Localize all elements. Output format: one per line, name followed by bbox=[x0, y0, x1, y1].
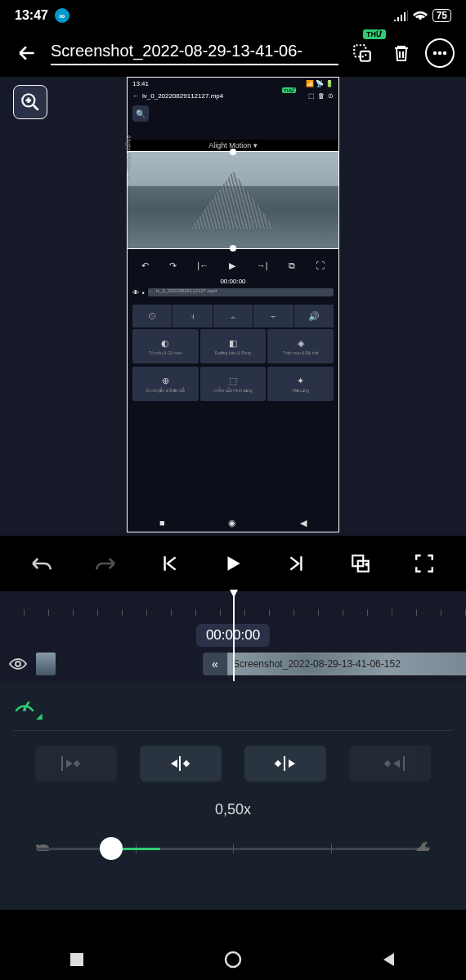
more-button[interactable] bbox=[425, 38, 455, 68]
svg-rect-20 bbox=[70, 953, 83, 966]
nested-card-transform: ⊕Di chuyển & Biến đổi bbox=[132, 367, 199, 401]
skip-end-button[interactable] bbox=[280, 547, 313, 580]
nested-card-blend: ◈Trộn màu & Độ mờ bbox=[267, 329, 334, 363]
svg-point-21 bbox=[226, 952, 240, 967]
svg-point-8 bbox=[16, 662, 20, 666]
battery-icon: 75 bbox=[432, 9, 451, 22]
nested-thumb: ▪ bbox=[142, 289, 145, 296]
slider-knob[interactable] bbox=[100, 837, 123, 860]
nested-back-icon: ← bbox=[132, 92, 139, 100]
track-visibility-button[interactable] bbox=[0, 657, 36, 671]
playback-controls bbox=[0, 536, 466, 591]
divider bbox=[13, 730, 453, 731]
wifi-icon bbox=[413, 10, 428, 21]
speed-value: 0,50x bbox=[13, 801, 453, 818]
delete-button[interactable] bbox=[386, 38, 417, 69]
svg-rect-1 bbox=[361, 51, 370, 61]
svg-point-19 bbox=[425, 842, 428, 844]
nested-card-color: ◐Tô màu & Gõ màu bbox=[132, 329, 199, 363]
aspect-button[interactable]: THỬ bbox=[347, 38, 378, 69]
nested-handle-top bbox=[230, 149, 236, 155]
nested-fullscreen-icon: ⛶ bbox=[316, 261, 325, 271]
nested-zoom-icon: 🔍 bbox=[132, 105, 149, 122]
svg-rect-14 bbox=[275, 760, 281, 767]
redo-button[interactable] bbox=[89, 547, 122, 580]
nested-video-preview bbox=[128, 151, 338, 249]
nested-tool-speed-icon: ⏲ bbox=[132, 305, 172, 327]
nested-card-effects: ✦Hiệu ứng bbox=[267, 367, 334, 401]
nested-undo-icon: ↶ bbox=[141, 261, 149, 271]
speed-panel: ◢ 0,50x bbox=[0, 681, 466, 910]
nested-clip: lv_0_20220829112127.mp4 bbox=[148, 288, 334, 296]
track-thumbnail[interactable] bbox=[36, 653, 56, 675]
nested-skip-end-icon: →| bbox=[257, 261, 268, 271]
nested-play-icon: ▶ bbox=[229, 261, 235, 271]
nested-delete-icon: 🗑 bbox=[318, 92, 325, 100]
trial-badge: THỬ bbox=[363, 29, 386, 39]
speed-tool-icon[interactable]: ◢ bbox=[13, 696, 36, 714]
svg-point-9 bbox=[23, 708, 26, 711]
speed-slider[interactable] bbox=[38, 835, 428, 864]
rabbit-icon bbox=[414, 840, 432, 853]
trim-left-in-button[interactable] bbox=[140, 746, 222, 782]
status-icons: 75 bbox=[393, 9, 451, 22]
svg-point-4 bbox=[443, 51, 446, 55]
nested-card-shape: ⬚Chỉnh sửa Hình dạng bbox=[200, 367, 267, 401]
timeline[interactable]: 00:00:00 « Screenshot_2022-08-29-13-41-0… bbox=[0, 591, 466, 681]
timeline-clip[interactable]: Screenshot_2022-08-29-13-41-06-152 bbox=[227, 653, 466, 675]
nested-card-border: ◧Đường biên & Bóng bbox=[200, 329, 267, 363]
svg-rect-12 bbox=[179, 756, 181, 771]
status-time: 13:47 bbox=[15, 8, 48, 23]
svg-rect-15 bbox=[284, 756, 285, 771]
svg-rect-13 bbox=[183, 760, 190, 767]
nested-layers-icon: ⧉ bbox=[289, 261, 295, 271]
fullscreen-button[interactable] bbox=[408, 547, 441, 580]
nested-playhead-time: 00:00:00 bbox=[128, 276, 338, 287]
app-indicator-icon: ∞ bbox=[55, 8, 69, 23]
status-bar: 13:47 ∞ 75 bbox=[0, 0, 466, 29]
nested-side-watermark: Alight Motion × bbox=[125, 135, 132, 181]
file-title[interactable]: Screenshot_2022-08-29-13-41-06- bbox=[51, 42, 338, 65]
nested-nav-circle-icon: ◉ bbox=[228, 518, 236, 528]
clip-collapse-button[interactable]: « bbox=[203, 653, 227, 675]
trim-left-out-button[interactable] bbox=[35, 746, 117, 782]
nested-filename: lv_0_20220829112127.mp4 bbox=[142, 92, 305, 100]
layers-button[interactable] bbox=[344, 547, 377, 580]
nested-status-time: 13:41 bbox=[132, 80, 149, 87]
nested-nav-triangle-icon: ◀ bbox=[300, 518, 307, 528]
nav-recents-button[interactable] bbox=[69, 951, 85, 968]
slider-tick bbox=[233, 844, 234, 853]
svg-point-2 bbox=[433, 51, 437, 55]
nested-skip-start-icon: |← bbox=[197, 261, 208, 271]
skip-start-button[interactable] bbox=[153, 547, 186, 580]
svg-rect-10 bbox=[61, 756, 63, 771]
svg-rect-16 bbox=[384, 760, 391, 767]
nested-more-icon: ⊙ bbox=[328, 92, 334, 100]
nested-nav-square-icon: ■ bbox=[159, 518, 165, 528]
nested-handle-bottom bbox=[230, 245, 236, 252]
nested-aspect-icon: ⬚ bbox=[308, 92, 315, 100]
signal-icon bbox=[393, 10, 408, 21]
nested-tool-volume-icon: 🔊 bbox=[294, 305, 334, 327]
preview-area[interactable]: 13:41 📶 📡 🔋 ← lv_0_20220829112127.mp4 ⬚ … bbox=[0, 77, 466, 536]
back-button[interactable] bbox=[11, 38, 43, 69]
nested-trial-badge: THỬ bbox=[282, 87, 296, 93]
turtle-icon bbox=[34, 840, 52, 853]
nested-visibility-icon: 👁 bbox=[132, 289, 139, 296]
nested-tool-trim1-icon: ⫞ bbox=[173, 305, 212, 327]
slider-tick bbox=[331, 844, 332, 853]
play-button[interactable] bbox=[217, 547, 249, 580]
zoom-button[interactable] bbox=[13, 85, 47, 119]
nested-screenshot: 13:41 📶 📡 🔋 ← lv_0_20220829112127.mp4 ⬚ … bbox=[127, 77, 339, 532]
system-nav-bar bbox=[0, 939, 466, 980]
undo-button[interactable] bbox=[25, 547, 58, 580]
nested-status-icons: 📶 📡 🔋 bbox=[306, 80, 334, 87]
trim-right-in-button[interactable] bbox=[244, 746, 326, 782]
nav-back-button[interactable] bbox=[381, 951, 397, 968]
trim-right-out-button[interactable] bbox=[349, 746, 431, 782]
nested-redo-icon: ↷ bbox=[169, 261, 177, 271]
playhead[interactable] bbox=[233, 591, 235, 681]
top-toolbar: Screenshot_2022-08-29-13-41-06- THỬ bbox=[0, 29, 466, 77]
svg-rect-11 bbox=[74, 760, 80, 767]
nav-home-button[interactable] bbox=[223, 950, 243, 969]
